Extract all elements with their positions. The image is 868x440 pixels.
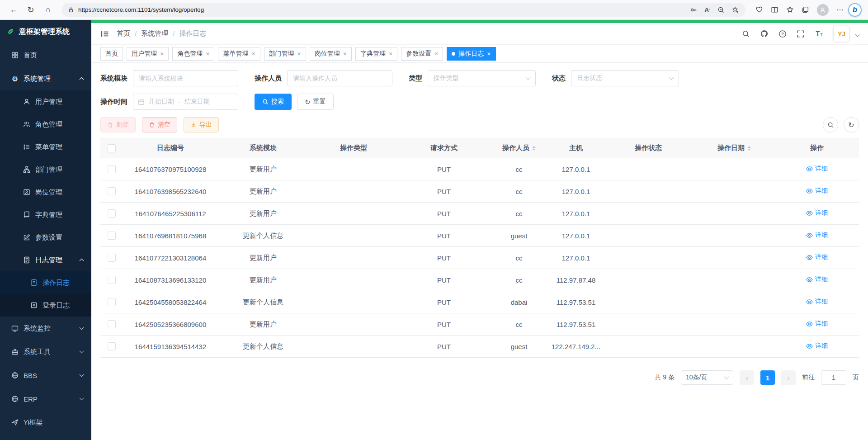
sidebar-item-post-mgmt[interactable]: 岗位管理: [0, 181, 91, 203]
row-checkbox[interactable]: [108, 276, 116, 284]
sidebar-item-user-mgmt[interactable]: 用户管理: [0, 90, 91, 113]
tab-close-icon[interactable]: ×: [160, 51, 164, 57]
detail-link[interactable]: 详细: [806, 187, 828, 195]
operator-filter-input[interactable]: [287, 70, 392, 86]
tab-close-icon[interactable]: ×: [206, 51, 209, 57]
tab-dept-mgmt[interactable]: 部门管理×: [264, 47, 306, 61]
row-checkbox[interactable]: [108, 342, 116, 350]
browser-profile-avatar[interactable]: [817, 4, 829, 16]
sidebar-item-role-mgmt[interactable]: 角色管理: [0, 113, 91, 136]
tab-user-mgmt[interactable]: 用户管理×: [127, 47, 169, 61]
sidebar-item-yi-framework[interactable]: Yi框架: [0, 411, 91, 434]
col-operator[interactable]: 操作人员: [489, 138, 549, 158]
fullscreen-icon[interactable]: [797, 30, 805, 38]
address-bar[interactable]: https://ccnetcore.com:1101/system/log/op…: [61, 3, 745, 17]
row-checkbox[interactable]: [108, 254, 116, 262]
zoom-out-icon[interactable]: [717, 6, 725, 14]
tab-close-icon[interactable]: ×: [297, 51, 301, 57]
sidebar-item-menu-mgmt[interactable]: 菜单管理: [0, 136, 91, 158]
sidebar-item-home[interactable]: 首页: [0, 43, 91, 67]
collections-icon[interactable]: [802, 6, 809, 14]
sidebar-item-dict-mgmt[interactable]: 字典管理: [0, 203, 91, 226]
sidebar-item-bbs[interactable]: BBS: [0, 364, 91, 387]
sort-icon[interactable]: [747, 144, 751, 152]
sidebar-item-erp[interactable]: ERP: [0, 387, 91, 411]
sidebar-item-dept-mgmt[interactable]: 部门管理: [0, 158, 91, 181]
detail-link[interactable]: 详细: [806, 342, 828, 350]
sidebar-item-log-mgmt[interactable]: 日志管理: [0, 249, 91, 271]
reset-button[interactable]: ↻ 重置: [297, 94, 334, 110]
url-text[interactable]: https://ccnetcore.com:1101/system/log/op…: [78, 6, 204, 13]
row-checkbox[interactable]: [108, 320, 116, 328]
bing-copilot-icon[interactable]: b: [848, 3, 862, 17]
tab-param-settings[interactable]: 参数设置×: [401, 47, 443, 61]
detail-link[interactable]: 详细: [806, 253, 828, 261]
tab-dict-mgmt[interactable]: 字典管理×: [355, 47, 397, 61]
status-filter-select[interactable]: 日志状态: [571, 70, 679, 86]
goto-page-input[interactable]: [821, 370, 846, 385]
detail-link[interactable]: 详细: [806, 298, 828, 306]
tab-menu-mgmt[interactable]: 菜单管理×: [218, 47, 260, 61]
sidebar-item-system-mgmt[interactable]: ⚙ 系统管理: [0, 67, 91, 90]
tab-close-icon[interactable]: ×: [251, 51, 255, 57]
browser-menu-icon[interactable]: ⋯: [836, 5, 844, 14]
detail-link[interactable]: 详细: [806, 209, 828, 217]
breadcrumb-system-mgmt[interactable]: 系统管理: [141, 29, 168, 38]
tab-close-icon[interactable]: ×: [343, 51, 347, 57]
read-aloud-icon[interactable]: Aⁿ: [704, 6, 710, 13]
clear-button[interactable]: 清空: [142, 117, 177, 132]
row-checkbox[interactable]: [108, 209, 116, 218]
col-date[interactable]: 操作日期: [693, 138, 775, 158]
detail-link[interactable]: 详细: [806, 165, 828, 173]
add-favorite-star-icon[interactable]: [732, 6, 739, 14]
date-range-picker[interactable]: 开始日期 - 结束日期: [133, 94, 238, 110]
tab-post-mgmt[interactable]: 岗位管理×: [310, 47, 352, 61]
row-checkbox[interactable]: [108, 232, 116, 240]
tab-close-icon[interactable]: ×: [389, 51, 392, 57]
row-checkbox[interactable]: [108, 187, 116, 195]
browser-home-button[interactable]: ⌂: [41, 3, 55, 17]
sidebar-fold-icon[interactable]: [100, 29, 109, 38]
browser-essentials-icon[interactable]: [755, 6, 763, 14]
prev-page-button[interactable]: ‹: [740, 370, 754, 385]
sidebar-item-param-settings[interactable]: 参数设置: [0, 226, 91, 249]
next-page-button[interactable]: ›: [781, 370, 796, 385]
type-filter-select[interactable]: 操作类型: [428, 70, 536, 86]
browser-refresh-button[interactable]: ↻: [24, 3, 38, 17]
sort-icon[interactable]: [532, 144, 536, 152]
tab-close-icon[interactable]: ×: [434, 51, 438, 57]
detail-link[interactable]: 详细: [806, 320, 828, 328]
avatar-dropdown-caret-icon[interactable]: [855, 33, 860, 37]
toggle-search-button[interactable]: [823, 117, 838, 132]
font-size-icon[interactable]: TT: [815, 29, 823, 38]
row-checkbox[interactable]: [108, 298, 116, 306]
detail-link[interactable]: 详细: [806, 275, 828, 284]
user-avatar[interactable]: YJ: [833, 26, 849, 42]
favorites-icon[interactable]: [786, 6, 794, 14]
tab-home[interactable]: 首页: [100, 47, 123, 61]
page-size-select[interactable]: 10条/页: [681, 370, 733, 385]
header-search-icon[interactable]: [742, 30, 750, 38]
breadcrumb-home[interactable]: 首页: [117, 29, 130, 38]
tab-close-icon[interactable]: ×: [487, 51, 491, 57]
delete-button[interactable]: 删除: [100, 117, 136, 132]
export-button[interactable]: 导出: [184, 117, 219, 132]
split-screen-icon[interactable]: [771, 6, 778, 14]
module-filter-input[interactable]: [133, 70, 238, 86]
select-all-checkbox[interactable]: [108, 144, 116, 152]
row-checkbox[interactable]: [108, 165, 116, 173]
help-icon[interactable]: ?: [778, 30, 787, 38]
sidebar-item-system-monitor[interactable]: 系统监控: [0, 317, 91, 340]
search-button[interactable]: 搜索: [255, 94, 292, 110]
sidebar-item-system-tools[interactable]: 系统工具: [0, 340, 91, 364]
detail-link[interactable]: 详细: [806, 231, 828, 239]
github-icon[interactable]: [760, 29, 769, 38]
tab-operation-log[interactable]: 操作日志×: [447, 47, 495, 61]
browser-back-button[interactable]: ←: [6, 3, 21, 17]
tab-role-mgmt[interactable]: 角色管理×: [172, 47, 214, 61]
sidebar-item-operation-log[interactable]: 操作日志: [0, 271, 91, 294]
refresh-table-button[interactable]: ↻: [844, 117, 859, 132]
password-key-icon[interactable]: [690, 6, 697, 14]
sidebar-item-login-log[interactable]: 登录日志: [0, 294, 91, 317]
page-number-1[interactable]: 1: [760, 370, 775, 385]
